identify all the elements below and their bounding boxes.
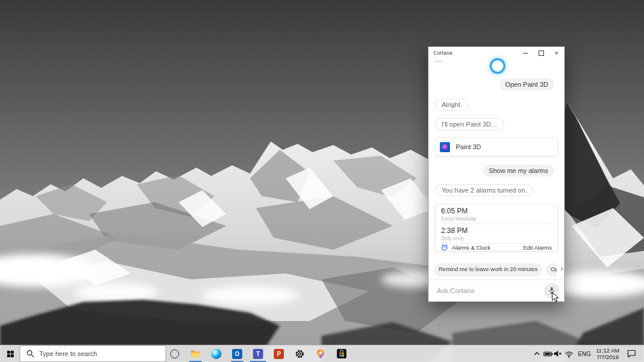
cortana-bubble-alright: Alright. xyxy=(435,99,468,111)
paint3d-result-card[interactable]: Paint 3D xyxy=(435,137,558,156)
cortana-bubble-open-paint3d: I'll open Paint 3D… xyxy=(435,118,504,130)
minimize-button[interactable] xyxy=(518,47,533,59)
windows-logo-icon xyxy=(7,351,14,357)
taskbar-maps-button[interactable] xyxy=(310,345,331,362)
close-icon: × xyxy=(555,50,558,56)
search-icon xyxy=(26,350,35,358)
tray-time: 11:12 AM xyxy=(596,347,619,354)
alarm-time: 6:05 PM xyxy=(441,207,552,215)
powerpoint-icon: P xyxy=(274,349,284,359)
maximize-button[interactable] xyxy=(533,47,549,59)
alarm-time: 2:38 PM xyxy=(441,227,552,235)
alarm-recurrence: Only once xyxy=(441,235,552,241)
title-bar: Cortana × xyxy=(429,47,564,59)
alarm-clock-icon xyxy=(441,244,448,251)
alarms-card: 6:05 PM Every Weekday 2:38 PM Only once … xyxy=(435,204,558,251)
ask-cortana-placeholder: Ask Cortana xyxy=(429,287,544,294)
paint3d-label: Paint 3D xyxy=(456,143,481,150)
store-icon xyxy=(337,349,346,358)
taskbar-outlook-button[interactable]: O xyxy=(227,345,248,362)
teams-icon: T xyxy=(253,349,263,359)
alarm-row: 6:05 PM Every Weekday xyxy=(441,204,552,224)
alarm-recurrence: Every Weekday xyxy=(441,216,552,222)
start-button[interactable] xyxy=(0,345,20,362)
maximize-icon xyxy=(539,51,544,56)
taskbar-store-button[interactable] xyxy=(331,345,352,362)
minimize-icon xyxy=(523,53,528,53)
alarm-row: 2:38 PM Only once xyxy=(441,224,552,244)
alarms-app-link[interactable]: Alarms & Clock xyxy=(452,244,490,251)
close-button[interactable]: × xyxy=(549,47,564,59)
suggestion-chip-remind[interactable]: Remind me to leave work in 20 minutes xyxy=(434,263,542,276)
cortana-circle-icon xyxy=(170,350,179,358)
action-center-icon xyxy=(627,350,636,358)
chevron-up-icon xyxy=(534,352,540,355)
edge-icon xyxy=(211,349,221,359)
battery-icon xyxy=(543,351,553,357)
cortana-window: Cortana × ... Open Paint 3D Alright. I'l… xyxy=(428,46,565,302)
suggestions-scroll-chevron[interactable]: › xyxy=(561,265,563,273)
desktop: { "cortana": { "title": "Cortana", "cont… xyxy=(0,0,644,362)
suggestion-chips-row: Remind me to leave work in 20 minutes Op… xyxy=(434,263,557,276)
suggestion-chip-open-teams[interactable]: Open Teams xyxy=(546,263,557,276)
cortana-bubble-alarms-count: You have 2 alarms turned on. xyxy=(435,184,533,196)
taskbar-settings-button[interactable] xyxy=(289,345,310,362)
taskbar-cortana-button[interactable] xyxy=(167,345,182,362)
user-chip-show-alarms: Show me my alarms xyxy=(483,165,554,177)
edit-alarms-link[interactable]: Edit Alarms xyxy=(523,244,552,251)
taskbar-search-box[interactable]: Type here to search xyxy=(20,345,166,362)
taskbar-file-explorer-button[interactable] xyxy=(185,345,206,362)
mouse-cursor xyxy=(552,292,559,303)
taskbar-powerpoint-button[interactable]: P xyxy=(268,345,289,362)
tray-wifi-button[interactable] xyxy=(563,345,575,362)
cortana-ring-icon xyxy=(490,58,505,74)
ask-cortana-input-bar[interactable]: Ask Cortana xyxy=(429,279,564,301)
tray-date: 7/7/2019 xyxy=(597,354,619,360)
file-explorer-icon xyxy=(190,350,201,358)
user-chip-open-paint3d: Open Paint 3D xyxy=(499,78,554,90)
taskbar-edge-button[interactable] xyxy=(206,345,227,362)
speaker-muted-icon xyxy=(554,350,562,357)
gear-icon xyxy=(295,349,305,359)
wifi-icon xyxy=(564,350,574,358)
maps-pin-icon xyxy=(317,349,324,359)
taskbar: Type here to search O T P xyxy=(0,345,644,362)
taskbar-teams-button[interactable]: T xyxy=(248,345,268,362)
tray-language-button[interactable]: ENG xyxy=(576,345,593,362)
tray-clock-button[interactable]: 11:12 AM 7/7/2019 xyxy=(593,345,623,362)
outlook-icon: O xyxy=(232,349,242,359)
tray-show-hidden-icons-button[interactable] xyxy=(532,345,542,362)
search-placeholder: Type here to search xyxy=(39,350,97,357)
overflow-menu-button[interactable]: ... xyxy=(435,55,443,64)
paint3d-app-icon xyxy=(440,142,450,152)
tray-volume-button[interactable] xyxy=(552,345,563,362)
action-center-button[interactable] xyxy=(624,345,639,362)
